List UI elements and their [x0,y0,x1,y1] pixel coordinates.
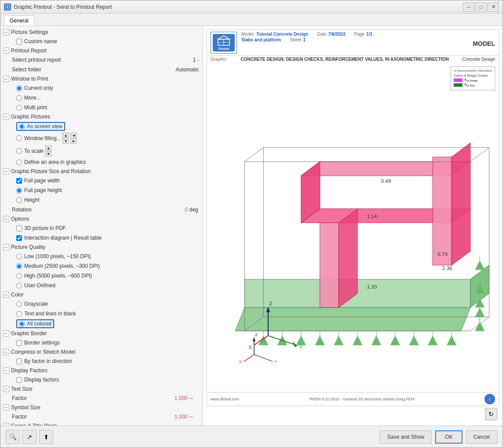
custom-name-checkbox[interactable] [16,39,22,44]
search-tool-button[interactable]: 🔍 [6,430,20,444]
section-compress-stretch[interactable]: − Compress or Stretch Model [0,348,203,356]
grayscale-radio[interactable] [16,301,22,307]
graphic-title: CONCRETE DESIGN: DESIGN CHECKS, REINFORC… [227,57,462,62]
collapse-icon[interactable]: − [3,244,9,250]
multi-print-radio[interactable] [16,105,22,111]
current-only-row: Current only [0,83,203,93]
height-radio[interactable] [16,197,22,203]
display-factors-checkbox[interactable] [16,377,22,383]
section-options[interactable]: − Options [0,215,203,223]
3d-pdf-row: 3D picture in PDF [0,223,203,233]
window-filling-radio[interactable] [16,135,22,141]
bottom-bar: 🔍 ↗ ⬆ Save and Show OK Cancel [0,426,503,448]
text-lines-black-radio[interactable] [16,311,22,317]
section-picture-settings[interactable]: − Picture Settings [0,28,203,37]
close-button[interactable]: ✕ [488,2,499,12]
action-buttons: Save and Show OK Cancel [380,430,497,444]
interaction-diagram-checkbox[interactable] [16,235,22,241]
collapse-icon[interactable]: − [3,292,9,298]
mini-up-btn[interactable]: ▲ [63,133,69,138]
section-frame-title[interactable]: + Frame & Title Block [0,422,203,426]
text-lines-black-label: Text and lines in black [24,311,76,317]
current-only-radio[interactable] [16,85,22,91]
section-label: Symbol Size [11,404,41,411]
define-area-radio[interactable] [16,159,22,165]
section-symbol-size[interactable]: − Symbol Size [0,403,203,412]
section-graphic-border[interactable]: − Graphic Border [0,329,203,338]
cancel-button[interactable]: Cancel [466,430,497,444]
svg-marker-47 [339,209,358,307]
mini-right-btn[interactable]: ► [70,138,77,144]
mini-up-btn2[interactable]: ▲ [45,145,52,151]
ok-button[interactable]: OK [435,430,462,444]
mini-down-btn2[interactable]: ▼ [45,151,52,156]
collapse-icon[interactable]: − [3,29,9,35]
as-screen-radio[interactable] [19,124,25,130]
user-defined-radio[interactable] [16,283,22,289]
low-quality-label: Low (1000 pixels, ~150 DPI) [24,253,91,259]
refresh-button[interactable]: ↻ [485,408,497,420]
collapse-icon[interactable]: − [3,114,9,120]
full-page-height-label: Full page height [24,187,62,193]
high-quality-radio[interactable] [16,273,22,279]
low-quality-radio[interactable] [16,254,22,259]
high-quality-label: High (5000 pixels, ~600 DPI) [24,273,92,279]
user-defined-row: User-Defined [0,281,203,290]
to-scale-row: To scale ▲ ▼ [0,144,203,157]
collapse-icon[interactable]: − [3,76,9,82]
footer-left: www.dlubal.com [211,397,239,401]
preview-area: Dlubal Model: Tutorial Concrete Design D… [207,30,499,406]
all-colored-radio[interactable] [19,321,25,327]
collapse-icon[interactable]: − [3,404,9,411]
val-079: 0.79 [437,251,448,257]
collapse-icon[interactable]: − [3,367,9,374]
svg-marker-4 [218,36,229,39]
interaction-diagram-label: Interaction diagram | Result table [24,235,102,241]
section-text-size[interactable]: − Text Size [0,385,203,393]
section-label: Graphic Picture Size and Rotation [11,168,91,174]
svg-marker-38 [235,307,470,331]
collapse-icon[interactable]: − [3,48,9,54]
border-settings-checkbox[interactable] [16,340,22,346]
mini-down-btn[interactable]: ▼ [63,138,69,144]
dlubal-logo-container: Dlubal [211,32,237,54]
legend-section: Colors of Design Checks [454,74,492,77]
section-display-factors[interactable]: − Display Factors [0,366,203,375]
section-graphic-size[interactable]: − Graphic Picture Size and Rotation [0,167,203,176]
section-color[interactable]: − Color [0,290,203,299]
model-value: Tutorial Concrete Design [256,32,308,37]
medium-quality-radio[interactable] [16,263,22,269]
collapse-icon[interactable]: − [3,168,9,174]
to-scale-radio[interactable] [16,148,22,154]
mini-left-btn[interactable]: ◄ [70,133,77,138]
user-defined-label: User-Defined [24,282,55,289]
settings-tool-button[interactable]: ↗ [22,430,37,444]
export-tool-button[interactable]: ⬆ [39,430,53,444]
collapse-icon[interactable]: − [3,386,9,392]
tab-general[interactable]: General [4,15,34,26]
define-area-label: Define an area in graphics [24,159,86,165]
rotation-value: 0 [166,207,188,213]
more-radio[interactable] [16,95,22,101]
minimize-button[interactable]: ─ [463,2,474,12]
border-settings-row: Border settings [0,338,203,348]
settings-scroll[interactable]: − Picture Settings Custom name − Printou… [0,26,203,426]
as-screen-label: As screen view [27,123,63,130]
full-page-width-checkbox[interactable] [16,178,22,184]
section-label: Compress or Stretch Model [11,349,75,355]
collapse-icon[interactable]: − [3,349,9,355]
define-area-row: Define an area in graphics [0,157,203,167]
save-and-show-button[interactable]: Save and Show [380,430,432,444]
by-factor-checkbox[interactable] [16,359,22,364]
3d-pdf-checkbox[interactable] [16,226,22,231]
maximize-button[interactable]: □ [475,2,487,12]
section-printout-report[interactable]: − Printout Report [0,46,203,55]
section-graphic-pictures[interactable]: − Graphic Pictures [0,112,203,121]
section-picture-quality[interactable]: − Picture Quality [0,243,203,252]
custom-name-label: Custom name [24,38,57,44]
collapse-icon[interactable]: − [3,330,9,337]
full-page-height-radio[interactable] [16,188,22,193]
svg-marker-46 [320,223,339,307]
collapse-icon[interactable]: − [3,216,9,222]
section-window-to-print[interactable]: − Window to Print [0,74,203,83]
